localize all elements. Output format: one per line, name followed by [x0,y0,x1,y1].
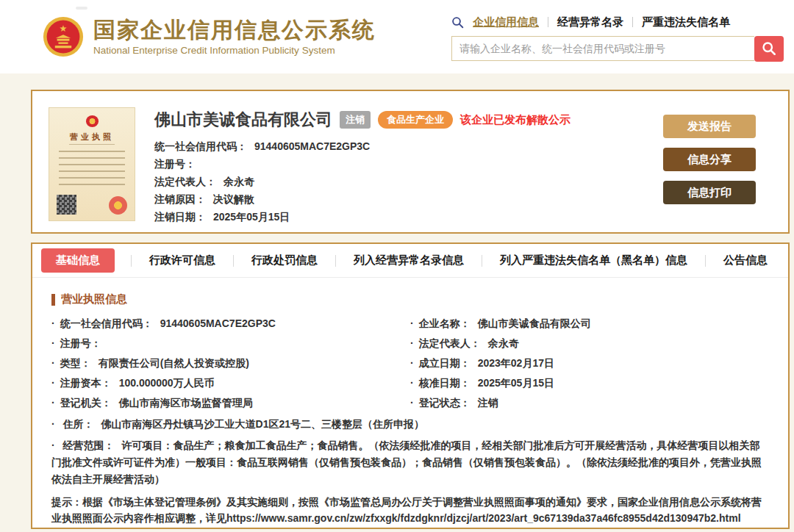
national-emblem-icon: ★ [43,16,84,57]
main-content: 营业执照 佛山市美诚食品有限公司 注销 食品生产企业 该企业已发布解散公示 统一… [31,90,790,529]
tab-administrative-license-info[interactable]: 行政许可信息 [148,248,217,273]
action-buttons: 发送报告 信息分享 信息打印 [663,115,756,204]
search-tabs: 企业信用信息 经营异常名录 严重违法失信名单 [451,15,784,29]
info-value: 2025年05月15日 [478,377,554,389]
divider [335,255,336,267]
info-row-business-scope: 经营范围：许可项目：食品生产；粮食加工食品生产；食品销售。（依法须经批准的项目，… [51,437,769,488]
info-row: 登记机关：佛山市南海区市场监督管理局 [51,396,410,410]
field-label: 法定代表人： [154,176,216,187]
info-row: 类型：有限责任公司(自然人投资或控股) [51,356,410,370]
info-label: 核准日期： [419,377,471,389]
send-report-button[interactable]: 发送报告 [663,115,756,138]
info-row: 企业名称：佛山市美诚食品有限公司 [410,317,769,331]
info-row: 统一社会信用代码：91440605MAC7E2GP3C [51,317,410,331]
brand: ★ 国家企业信用信息公示系统 National Enterprise Credi… [43,16,376,57]
detail-tabbar: 基础信息 行政许可信息 行政处罚信息 列入经营异常名录信息 列入严重违法失信名单… [32,244,788,278]
grid-right-column: 企业名称：佛山市美诚食品有限公司 法定代表人：余永奇 成立日期：2023年02月… [410,317,769,416]
divider [482,255,482,267]
divider [705,255,706,267]
tab-serious-violation-blacklist-info[interactable]: 列入严重违法失信名单（黑名单）信息 [498,248,689,273]
info-value: 100.000000万人民币 [119,377,215,389]
screen-artifact [76,7,87,10]
info-value: 91440605MAC7E2GP3C [160,317,276,329]
field-label: 统一社会信用代码： [154,140,247,152]
field-value: 决议解散 [213,193,254,205]
brand-text: 国家企业信用信息公示系统 National Enterprise Credit … [93,18,376,56]
info-label: 企业名称： [419,317,471,329]
info-value: 余永奇 [488,337,519,349]
info-label: 经营范围： [63,439,115,451]
info-row: 注册资本：100.000000万人民币 [51,376,410,390]
status-badge-deregistered: 注销 [340,111,371,129]
info-value: 许可项目：食品生产；粮食加工食品生产；食品销售。（依法须经批准的项目，经相关部门… [51,439,762,485]
business-license-image: 营业执照 [49,107,135,221]
qr-code-icon [57,195,76,215]
info-row: 核准日期：2025年05月15日 [410,376,769,390]
info-label: 注册号： [60,337,101,349]
search-area: 企业信用信息 经营异常名录 严重违法失信名单 [451,15,784,62]
info-label: 登记机关： [60,397,112,409]
svg-text:★: ★ [60,24,68,34]
field-value: 91440605MAC7E2GP3C [254,140,370,152]
info-label: 类型： [60,357,91,369]
search-input[interactable] [451,36,754,61]
info-label: 法定代表人： [419,337,481,349]
tab-announcement-info[interactable]: 公告信息 [722,248,769,273]
license-text-lines [59,151,125,189]
field-label: 注册号： [154,158,196,170]
company-summary-card: 营业执照 佛山市美诚食品有限公司 注销 食品生产企业 该企业已发布解散公示 统一… [31,90,790,234]
license-footer [57,195,127,215]
info-row: 法定代表人：余永奇 [410,337,769,351]
info-value: 2023年02月17日 [478,357,554,369]
field-value: 余永奇 [223,176,254,187]
field-label: 注销日期： [154,211,206,223]
site-subtitle: National Enterprise Credit Information P… [93,45,376,56]
field-label: 注销原因： [154,193,206,205]
license-emblem-icon [86,115,99,127]
magnifier-icon [761,40,777,57]
adjustment-notice: 提示：根据《市场主体登记管理条例》及其实施细则，按照《市场监管总局办公厅关于调整… [51,494,769,526]
license-info-content: 营业执照信息 统一社会信用代码：91440605MAC7E2GP3C 注册号： … [32,292,788,526]
license-info-grid: 统一社会信用代码：91440605MAC7E2GP3C 注册号： 类型：有限责任… [51,317,769,416]
info-row: 登记状态：注销 [410,396,769,410]
info-row: 成立日期：2023年02月17日 [410,356,769,370]
info-value: 注销 [478,397,498,409]
red-seal-icon [109,196,127,215]
share-info-button[interactable]: 信息分享 [663,148,756,171]
divider [548,17,548,27]
info-value: 有限责任公司(自然人投资或控股) [99,357,249,369]
divider [233,255,234,267]
search-tab-abnormal-operations[interactable]: 经营异常名录 [557,15,623,29]
divider [632,17,633,27]
search-tab-serious-violations[interactable]: 严重违法失信名单 [642,15,730,29]
print-info-button[interactable]: 信息打印 [663,181,756,204]
divider [131,255,132,267]
info-value: 佛山市美诚食品有限公司 [478,317,591,329]
info-label: 成立日期： [419,357,471,369]
company-name: 佛山市美诚食品有限公司 [154,109,332,131]
detail-card: 基础信息 行政许可信息 行政处罚信息 列入经营异常名录信息 列入严重违法失信名单… [31,242,790,529]
section-title-business-license-info: 营业执照信息 [51,292,769,306]
grid-left-column: 统一社会信用代码：91440605MAC7E2GP3C 注册号： 类型：有限责任… [51,317,410,416]
info-value: 佛山市南海区市场监督管理局 [119,397,253,409]
info-label: 登记状态： [419,397,471,409]
license-title: 营业执照 [70,132,114,143]
info-label: 注册资本： [60,377,112,389]
info-value: 佛山市南海区丹灶镇马沙工业大道D1区21号二、三楼整层（住所申报） [101,418,424,430]
tab-administrative-penalty-info[interactable]: 行政处罚信息 [250,248,319,273]
info-row-address: 住所：佛山市南海区丹灶镇马沙工业大道D1区21号二、三楼整层（住所申报） [51,416,769,433]
info-label: 统一社会信用代码： [60,317,153,329]
tab-basic-info[interactable]: 基础信息 [41,248,115,273]
license-subtitle-line [69,144,115,145]
food-producer-badge: 食品生产企业 [378,111,453,129]
field-value: 2025年05月15日 [213,211,290,223]
site-title: 国家企业信用信息公示系统 [93,18,376,43]
info-label: 住所： [63,418,94,430]
site-header: ★ 国家企业信用信息公示系统 National Enterprise Credi… [0,0,794,73]
tab-abnormal-operations-list-info[interactable]: 列入经营异常名录信息 [352,248,465,273]
search-icon [451,16,464,29]
search-button[interactable] [754,36,784,62]
info-row: 注册号： [51,337,410,351]
search-tab-enterprise-credit[interactable]: 企业信用信息 [473,15,539,29]
company-field-row: 注销日期：2025年05月15日 [154,210,772,223]
